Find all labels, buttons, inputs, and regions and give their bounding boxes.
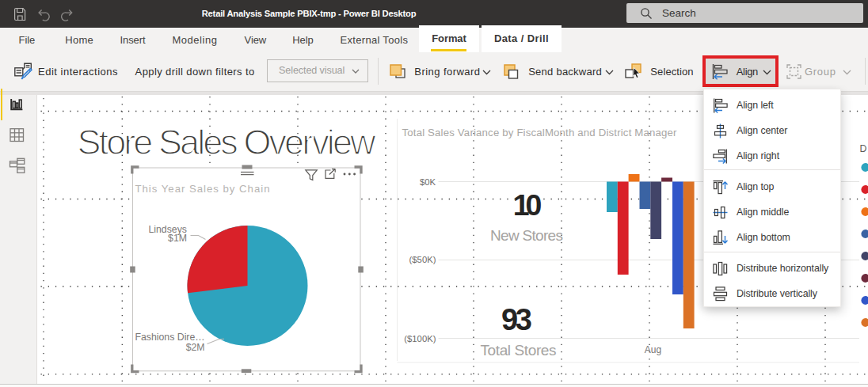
svg-text:Fashions Dire…: Fashions Dire… (135, 332, 204, 343)
svg-text:($50K): ($50K) (409, 255, 436, 264)
svg-text:Total Sales Variance by Fiscal: Total Sales Variance by FiscalMonth and … (402, 127, 678, 138)
svg-text:$1M: $1M (168, 233, 187, 244)
svg-text:D: D (860, 143, 867, 154)
svg-text:10: 10 (513, 188, 542, 222)
svg-text:New Stores: New Stores (490, 227, 563, 244)
svg-text:Store Sales Overview: Store Sales Overview (78, 122, 377, 162)
svg-text:($100K): ($100K) (404, 334, 436, 343)
svg-text:Aug: Aug (645, 344, 661, 355)
svg-text:$0K: $0K (420, 177, 436, 187)
svg-text:This Year Sales by Chain: This Year Sales by Chain (135, 183, 270, 195)
svg-text:$2M: $2M (186, 342, 205, 353)
svg-text:93: 93 (501, 303, 532, 336)
svg-text:Total Stores: Total Stores (481, 342, 557, 359)
